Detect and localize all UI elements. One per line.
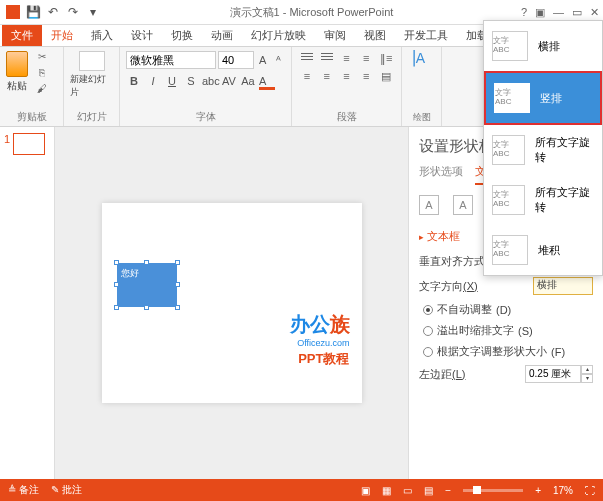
text-fill-icon[interactable]: A [419, 195, 439, 215]
numbering-icon[interactable] [318, 51, 336, 65]
increase-font-icon[interactable]: A [256, 52, 270, 68]
font-group-label: 字体 [126, 110, 285, 124]
redo-icon[interactable]: ↷ [64, 3, 82, 21]
margin-left-label: 左边距(L) [419, 367, 519, 382]
tab-developer[interactable]: 开发工具 [395, 25, 457, 46]
text-direction-icon[interactable]: ⎥A [408, 51, 426, 65]
app-icon[interactable] [4, 3, 22, 21]
tab-file[interactable]: 文件 [2, 25, 42, 46]
margin-left-input[interactable] [525, 365, 581, 383]
tab-slideshow[interactable]: 幻灯片放映 [242, 25, 315, 46]
spacing-button[interactable]: AV [221, 73, 237, 89]
underline-button[interactable]: U [164, 73, 180, 89]
slide-canvas[interactable]: 您好 办公族 Officezu.com PPT教程 [102, 203, 362, 403]
justify-icon[interactable]: ≡ [357, 69, 375, 83]
indent-decrease-icon[interactable]: ≡ [338, 51, 356, 65]
tab-review[interactable]: 审阅 [315, 25, 355, 46]
reading-view-icon[interactable]: ▭ [403, 485, 412, 496]
text-effects-icon[interactable]: A [453, 195, 473, 215]
tab-transitions[interactable]: 切换 [162, 25, 202, 46]
clipboard-group-label: 剪贴板 [6, 110, 57, 124]
bullets-icon[interactable] [298, 51, 316, 65]
restore-icon[interactable]: ▭ [572, 6, 582, 19]
dd-vertical[interactable]: 文字 ABC 竖排 [484, 71, 602, 125]
sorter-view-icon[interactable]: ▦ [382, 485, 391, 496]
direction-label: 文字方向(X) [419, 279, 527, 294]
align-right-icon[interactable]: ≡ [338, 69, 356, 83]
spin-up-icon[interactable]: ▴ [581, 365, 593, 374]
font-size-select[interactable] [218, 51, 254, 69]
bold-button[interactable]: B [126, 73, 142, 89]
strike-button[interactable]: S [183, 73, 199, 89]
zoom-in-icon[interactable]: + [535, 485, 541, 496]
resize-none-radio[interactable]: 不自动调整(D) [423, 302, 593, 317]
tab-animations[interactable]: 动画 [202, 25, 242, 46]
dd-stacked[interactable]: 文字 ABC 堆积 [484, 225, 602, 275]
paste-button[interactable]: 粘贴 [6, 51, 28, 93]
normal-view-icon[interactable]: ▣ [361, 485, 370, 496]
notes-button[interactable]: ≜ 备注 [8, 483, 39, 497]
slide-thumbnail-1[interactable]: 1 [4, 133, 50, 155]
dd-horizontal[interactable]: 文字 ABC 横排 [484, 21, 602, 71]
pane-tab-shape[interactable]: 形状选项 [419, 164, 463, 185]
dd-rotate-270[interactable]: 文字 ABC 所有文字旋转 [484, 125, 602, 175]
resize-fit-radio[interactable]: 根据文字调整形状大小(F) [423, 344, 593, 359]
decrease-font-icon[interactable]: ᴬ [272, 52, 286, 68]
text-direction-dropdown: 文字 ABC 横排 文字 ABC 竖排 文字 ABC 所有文字旋转 文字 ABC… [483, 20, 603, 276]
tab-insert[interactable]: 插入 [82, 25, 122, 46]
font-color-button[interactable]: A [259, 73, 275, 90]
tab-design[interactable]: 设计 [122, 25, 162, 46]
new-slide-label: 新建幻灯片 [70, 73, 113, 99]
drawing-group-label: 绘图 [408, 111, 435, 124]
comments-button[interactable]: ✎ 批注 [51, 483, 82, 497]
spin-down-icon[interactable]: ▾ [581, 374, 593, 383]
shadow-button[interactable]: abc [202, 73, 218, 89]
ribbon-options-icon[interactable]: ▣ [535, 6, 545, 19]
resize-shrink-radio[interactable]: 溢出时缩排文字(S) [423, 323, 593, 338]
thumb-index: 1 [4, 133, 10, 155]
format-painter-icon[interactable]: 🖌 [34, 83, 50, 97]
selected-shape[interactable]: 您好 [117, 263, 177, 307]
font-name-select[interactable] [126, 51, 216, 69]
minimize-icon[interactable]: — [553, 6, 564, 19]
save-icon[interactable]: 💾 [24, 3, 42, 21]
help-icon[interactable]: ? [521, 6, 527, 19]
copy-icon[interactable]: ⎘ [34, 67, 50, 81]
zoom-out-icon[interactable]: − [445, 485, 451, 496]
case-button[interactable]: Aa [240, 73, 256, 89]
tab-home[interactable]: 开始 [42, 25, 82, 46]
zoom-slider[interactable] [463, 489, 523, 492]
shape-text: 您好 [121, 267, 139, 280]
dd-rotate-90[interactable]: 文字 ABC 所有文字旋转 [484, 175, 602, 225]
italic-button[interactable]: I [145, 73, 161, 89]
paste-label: 粘贴 [7, 79, 27, 93]
tab-view[interactable]: 视图 [355, 25, 395, 46]
undo-icon[interactable]: ↶ [44, 3, 62, 21]
qat-dropdown-icon[interactable]: ▾ [84, 3, 102, 21]
columns-icon[interactable]: ▤ [377, 69, 395, 83]
text-direction-select[interactable]: 横排 [533, 277, 593, 295]
slideshow-view-icon[interactable]: ▤ [424, 485, 433, 496]
close-icon[interactable]: ✕ [590, 6, 599, 19]
new-slide-button[interactable]: 新建幻灯片 [70, 51, 113, 99]
paragraph-group-label: 段落 [298, 110, 395, 124]
fit-window-icon[interactable]: ⛶ [585, 485, 595, 496]
line-spacing-icon[interactable]: ‖≡ [377, 51, 395, 65]
cut-icon[interactable]: ✂ [34, 51, 50, 65]
slides-group-label: 幻灯片 [70, 110, 113, 124]
window-title: 演示文稿1 - Microsoft PowerPoint [102, 5, 521, 20]
indent-increase-icon[interactable]: ≡ [357, 51, 375, 65]
zoom-pct[interactable]: 17% [553, 485, 573, 496]
align-left-icon[interactable]: ≡ [298, 69, 316, 83]
align-center-icon[interactable]: ≡ [318, 69, 336, 83]
watermark-logo: 办公族 Officezu.com PPT教程 [290, 311, 350, 368]
